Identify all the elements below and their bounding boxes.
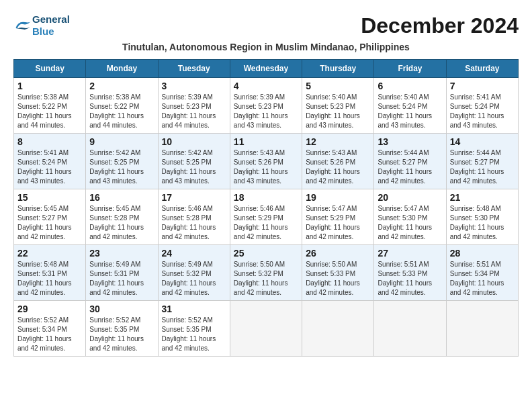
calendar-cell: 22Sunrise: 5:48 AMSunset: 5:31 PMDayligh… (14, 245, 86, 301)
day-number: 11 (234, 136, 298, 147)
calendar-cell: 21Sunrise: 5:48 AMSunset: 5:30 PMDayligh… (446, 189, 518, 245)
calendar-cell: 4Sunrise: 5:39 AMSunset: 5:23 PMDaylight… (230, 78, 302, 134)
day-number: 13 (378, 136, 442, 147)
logo-blue-text: Blue (32, 26, 70, 38)
calendar-cell: 25Sunrise: 5:50 AMSunset: 5:32 PMDayligh… (230, 245, 302, 301)
day-info: Sunrise: 5:48 AMSunset: 5:30 PMDaylight:… (450, 204, 515, 242)
day-number: 16 (89, 192, 154, 203)
calendar-week-row: 22Sunrise: 5:48 AMSunset: 5:31 PMDayligh… (14, 245, 519, 301)
day-info: Sunrise: 5:51 AMSunset: 5:33 PMDaylight:… (378, 260, 442, 298)
day-number: 12 (306, 136, 370, 147)
calendar-cell: 28Sunrise: 5:51 AMSunset: 5:34 PMDayligh… (446, 245, 518, 301)
day-info: Sunrise: 5:48 AMSunset: 5:31 PMDaylight:… (17, 260, 82, 298)
calendar-cell (446, 301, 518, 357)
day-info: Sunrise: 5:52 AMSunset: 5:35 PMDaylight:… (89, 316, 154, 353)
calendar-cell: 26Sunrise: 5:50 AMSunset: 5:33 PMDayligh… (302, 245, 374, 301)
day-info: Sunrise: 5:39 AMSunset: 5:23 PMDaylight:… (234, 93, 298, 130)
weekday-header-sunday: Sunday (14, 60, 86, 78)
calendar-cell (302, 301, 374, 357)
day-number: 28 (450, 248, 515, 259)
day-number: 7 (450, 81, 515, 91)
weekday-header-saturday: Saturday (446, 60, 518, 78)
day-info: Sunrise: 5:38 AMSunset: 5:22 PMDaylight:… (17, 93, 82, 130)
calendar-cell: 24Sunrise: 5:49 AMSunset: 5:32 PMDayligh… (158, 245, 230, 301)
weekday-header-thursday: Thursday (302, 60, 374, 78)
calendar-week-row: 29Sunrise: 5:52 AMSunset: 5:34 PMDayligh… (14, 301, 519, 357)
day-info: Sunrise: 5:46 AMSunset: 5:29 PMDaylight:… (234, 204, 298, 242)
day-info: Sunrise: 5:52 AMSunset: 5:35 PMDaylight:… (162, 316, 226, 353)
calendar-cell: 9Sunrise: 5:42 AMSunset: 5:25 PMDaylight… (86, 134, 158, 189)
logo-icon (13, 18, 32, 33)
day-info: Sunrise: 5:47 AMSunset: 5:30 PMDaylight:… (378, 204, 442, 242)
day-info: Sunrise: 5:46 AMSunset: 5:28 PMDaylight:… (162, 204, 226, 242)
day-number: 10 (162, 136, 226, 147)
day-number: 14 (450, 136, 515, 147)
calendar-cell: 2Sunrise: 5:38 AMSunset: 5:22 PMDaylight… (86, 78, 158, 134)
day-number: 22 (17, 248, 82, 259)
day-number: 5 (306, 81, 370, 91)
day-number: 3 (162, 81, 226, 91)
day-number: 4 (234, 81, 298, 91)
day-info: Sunrise: 5:38 AMSunset: 5:22 PMDaylight:… (89, 93, 154, 130)
day-number: 29 (17, 304, 82, 314)
weekday-header-tuesday: Tuesday (158, 60, 230, 78)
calendar-cell: 23Sunrise: 5:49 AMSunset: 5:31 PMDayligh… (86, 245, 158, 301)
day-number: 9 (89, 136, 154, 147)
calendar-cell: 30Sunrise: 5:52 AMSunset: 5:35 PMDayligh… (86, 301, 158, 357)
calendar-week-row: 1Sunrise: 5:38 AMSunset: 5:22 PMDaylight… (14, 78, 519, 134)
page-header: General Blue December 2024 (13, 13, 519, 38)
day-number: 30 (89, 304, 154, 314)
calendar-cell: 27Sunrise: 5:51 AMSunset: 5:33 PMDayligh… (374, 245, 446, 301)
day-number: 31 (162, 304, 226, 314)
calendar-week-row: 8Sunrise: 5:41 AMSunset: 5:24 PMDaylight… (14, 134, 519, 189)
day-number: 26 (306, 248, 370, 259)
page-subtitle: Tinutulan, Autonomous Region in Muslim M… (13, 42, 519, 52)
calendar-cell: 14Sunrise: 5:44 AMSunset: 5:27 PMDayligh… (446, 134, 518, 189)
day-info: Sunrise: 5:40 AMSunset: 5:23 PMDaylight:… (306, 93, 370, 130)
calendar-table: SundayMondayTuesdayWednesdayThursdayFrid… (13, 59, 519, 357)
day-number: 19 (306, 192, 370, 203)
calendar-cell: 12Sunrise: 5:43 AMSunset: 5:26 PMDayligh… (302, 134, 374, 189)
day-number: 20 (378, 192, 442, 203)
calendar-cell: 31Sunrise: 5:52 AMSunset: 5:35 PMDayligh… (158, 301, 230, 357)
day-info: Sunrise: 5:41 AMSunset: 5:24 PMDaylight:… (17, 148, 82, 186)
weekday-header-friday: Friday (374, 60, 446, 78)
day-number: 18 (234, 192, 298, 203)
calendar-cell (230, 301, 302, 357)
day-number: 24 (162, 248, 226, 259)
day-info: Sunrise: 5:49 AMSunset: 5:31 PMDaylight:… (89, 260, 154, 298)
calendar-cell: 13Sunrise: 5:44 AMSunset: 5:27 PMDayligh… (374, 134, 446, 189)
day-number: 23 (89, 248, 154, 259)
calendar-cell: 3Sunrise: 5:39 AMSunset: 5:23 PMDaylight… (158, 78, 230, 134)
calendar-cell: 5Sunrise: 5:40 AMSunset: 5:23 PMDaylight… (302, 78, 374, 134)
weekday-header-wednesday: Wednesday (230, 60, 302, 78)
month-title: December 2024 (361, 13, 519, 38)
day-info: Sunrise: 5:50 AMSunset: 5:33 PMDaylight:… (306, 260, 370, 298)
weekday-header-monday: Monday (86, 60, 158, 78)
calendar-cell: 8Sunrise: 5:41 AMSunset: 5:24 PMDaylight… (14, 134, 86, 189)
calendar-cell: 7Sunrise: 5:41 AMSunset: 5:24 PMDaylight… (446, 78, 518, 134)
day-info: Sunrise: 5:44 AMSunset: 5:27 PMDaylight:… (378, 148, 442, 186)
day-info: Sunrise: 5:43 AMSunset: 5:26 PMDaylight:… (306, 148, 370, 186)
day-info: Sunrise: 5:45 AMSunset: 5:27 PMDaylight:… (17, 204, 82, 242)
day-info: Sunrise: 5:39 AMSunset: 5:23 PMDaylight:… (162, 93, 226, 130)
day-number: 1 (17, 81, 82, 91)
calendar-cell: 18Sunrise: 5:46 AMSunset: 5:29 PMDayligh… (230, 189, 302, 245)
weekday-header-row: SundayMondayTuesdayWednesdayThursdayFrid… (14, 60, 519, 78)
day-info: Sunrise: 5:42 AMSunset: 5:25 PMDaylight:… (89, 148, 154, 186)
calendar-week-row: 15Sunrise: 5:45 AMSunset: 5:27 PMDayligh… (14, 189, 519, 245)
day-number: 17 (162, 192, 226, 203)
calendar-cell: 17Sunrise: 5:46 AMSunset: 5:28 PMDayligh… (158, 189, 230, 245)
logo: General Blue (13, 13, 70, 38)
day-number: 15 (17, 192, 82, 203)
day-info: Sunrise: 5:45 AMSunset: 5:28 PMDaylight:… (89, 204, 154, 242)
day-number: 8 (17, 136, 82, 147)
day-info: Sunrise: 5:49 AMSunset: 5:32 PMDaylight:… (162, 260, 226, 298)
day-info: Sunrise: 5:51 AMSunset: 5:34 PMDaylight:… (450, 260, 515, 298)
day-number: 21 (450, 192, 515, 203)
calendar-cell: 10Sunrise: 5:42 AMSunset: 5:25 PMDayligh… (158, 134, 230, 189)
day-info: Sunrise: 5:42 AMSunset: 5:25 PMDaylight:… (162, 148, 226, 186)
day-info: Sunrise: 5:50 AMSunset: 5:32 PMDaylight:… (234, 260, 298, 298)
calendar-cell: 19Sunrise: 5:47 AMSunset: 5:29 PMDayligh… (302, 189, 374, 245)
day-info: Sunrise: 5:40 AMSunset: 5:24 PMDaylight:… (378, 93, 442, 130)
